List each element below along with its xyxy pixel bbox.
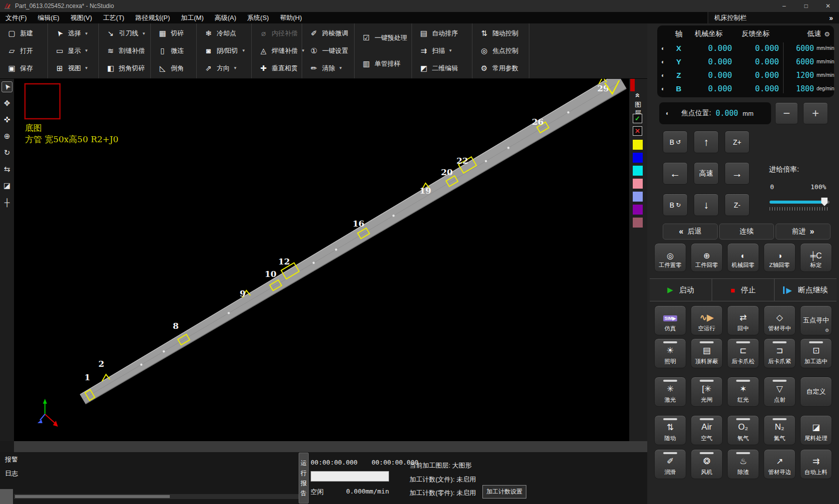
toolbar-weld-seam-comp[interactable]: ◬焊缝补偿▼ <box>252 42 302 59</box>
top-material-shield-button[interactable]: ▤顶料屏蔽 <box>691 338 723 368</box>
simulate-button[interactable]: SIM▶仿真 <box>654 305 686 335</box>
count-settings-button[interactable]: 加工计数设置 <box>482 485 526 499</box>
toolbar-common-params[interactable]: ⚙常用参数 <box>472 60 529 76</box>
toolbar-clear[interactable]: ✏清除▼ <box>302 60 354 76</box>
air-button[interactable]: Air空气 <box>691 415 723 445</box>
jog-z-plus[interactable]: Z+ <box>725 131 750 153</box>
toolbar-edge-adjust[interactable]: ✐跨棱微调 <box>302 25 354 42</box>
workpiece-canvas[interactable]: 12891012161920222629底图方管 宽50x高50 R2+J0 <box>14 79 629 441</box>
toolbar-corner-chip[interactable]: ◧拐角切碎 <box>99 60 150 76</box>
five-point-centering-button[interactable]: 五点寻中⚙ <box>800 305 832 335</box>
toolbar-single-tube-nest[interactable]: ▥单管排样 <box>355 56 412 72</box>
jog-right[interactable]: → <box>725 162 750 185</box>
tube-point-6[interactable] <box>485 160 487 162</box>
oxygen-button[interactable]: O₂氧气 <box>727 415 759 445</box>
auto-loading-button[interactable]: ⇉自动上料 <box>800 449 832 479</box>
part-number-2[interactable]: 2 <box>98 359 104 369</box>
jog-rapid[interactable]: 高速 <box>694 162 719 185</box>
tube-point-7[interactable] <box>507 147 509 149</box>
layer-swatch-1[interactable] <box>633 153 643 163</box>
message-h-scrollbar-thumb[interactable] <box>15 495 170 498</box>
part-number-16[interactable]: 16 <box>353 219 365 229</box>
part-number-22[interactable]: 22 <box>456 156 468 166</box>
calibration-button[interactable]: ╪C标定 <box>800 243 832 272</box>
custom-button[interactable]: 自定义 <box>800 377 832 407</box>
return-center-button[interactable]: ⇄回中 <box>727 305 759 335</box>
machine-return-zero-button[interactable]: ◐机械回零 <box>727 243 759 272</box>
z-return-zero-button[interactable]: ◑Z轴回零 <box>764 243 796 272</box>
toolbar-focus-control[interactable]: ◎焦点控制 <box>472 42 529 59</box>
focus-minus-button[interactable]: − <box>775 102 798 124</box>
shutter-button[interactable]: [✳光闸 <box>691 377 723 407</box>
collapse-layers-icon[interactable]: « <box>633 93 642 98</box>
layer-swatch-6[interactable] <box>633 218 643 228</box>
toolbar-auto-sort[interactable]: ▤自动排序 <box>412 25 472 42</box>
tube-point-3[interactable] <box>313 262 315 264</box>
maximize-button[interactable]: □ <box>795 0 817 12</box>
nitrogen-button[interactable]: N₂氮气 <box>764 415 796 445</box>
orbit-tool[interactable]: ↻ <box>1 147 12 158</box>
part-number-12[interactable]: 12 <box>278 256 290 266</box>
part-number-8[interactable]: 8 <box>173 321 179 331</box>
layer-swatch-4[interactable] <box>633 192 643 202</box>
tail-material-button[interactable]: ◪尾料处理 <box>800 415 832 445</box>
jog-left[interactable]: ← <box>663 162 688 185</box>
layer-swatch-2[interactable] <box>633 166 643 176</box>
dry-run-button[interactable]: ∿▶空运行 <box>691 305 723 335</box>
chevron-down-icon[interactable]: ▼ <box>84 31 88 36</box>
start-button[interactable]: ▶启动 <box>650 279 712 301</box>
chevron-down-icon[interactable]: ▼ <box>339 66 343 70</box>
step-forward-button[interactable]: 前进 » <box>776 224 831 240</box>
speed-mode-label[interactable]: 低速 <box>779 29 821 38</box>
toolbar-one-key-preprocess[interactable]: ☑一键预处理 <box>355 30 412 46</box>
toolbar-follow-control[interactable]: ⇅随动控制 <box>472 25 529 42</box>
tab-run-report[interactable]: 运行报告 <box>299 453 309 504</box>
toolbar-2d-edit[interactable]: ◩二维编辑 <box>412 60 472 76</box>
pan-tool[interactable]: ✥ <box>1 98 12 109</box>
move-view-tool[interactable]: ✜ <box>1 114 12 125</box>
stop-button[interactable]: ■停止 <box>712 279 774 301</box>
tube-point-4[interactable] <box>335 249 337 251</box>
jog-up[interactable]: ↑ <box>694 131 719 153</box>
process-selected-button[interactable]: ⊡加工选中 <box>800 338 832 368</box>
part-number-29[interactable]: 29 <box>597 83 609 93</box>
toolbar-lead-line[interactable]: ↘引刀线▼ <box>99 25 150 42</box>
tube-point-2[interactable] <box>228 312 230 314</box>
axis-settings-gear-icon[interactable]: ⚙ <box>824 30 830 38</box>
toolbar-open-folder[interactable]: ▱打开 <box>0 42 47 59</box>
chevron-down-icon[interactable]: ▼ <box>233 66 237 70</box>
menu-item-7[interactable]: 系统(S) <box>242 12 274 23</box>
tab-alarm[interactable]: 报警 <box>5 455 18 464</box>
chevron-down-icon[interactable]: ▼ <box>84 48 88 53</box>
canvas-bottom-splitter[interactable] <box>14 441 647 452</box>
chevron-down-icon[interactable]: ▼ <box>448 48 452 53</box>
minimize-button[interactable]: – <box>773 0 795 12</box>
jog-b-cw[interactable]: B↻ <box>663 194 688 216</box>
continuous-mode-button[interactable]: 连续 <box>719 224 774 240</box>
layer-swatch-5[interactable] <box>633 205 643 215</box>
tube-point-0[interactable] <box>140 364 142 366</box>
menu-item-0[interactable]: 文件(F) <box>0 12 32 23</box>
machine-control-bar-toggle[interactable]: 机床控制栏 » <box>708 12 839 23</box>
toolbar-micro-joint[interactable]: ▯微连 <box>151 42 196 59</box>
flip-tool[interactable]: ⇆ <box>1 164 12 175</box>
layer-swatch-3[interactable] <box>633 179 643 189</box>
crosshair-tool[interactable]: ┼ <box>1 197 12 208</box>
toolbar-chip[interactable]: ▦切碎 <box>151 25 196 42</box>
toolbar-yin-yang-cut[interactable]: ◙阴/阳切▼ <box>197 42 251 59</box>
jog-down[interactable]: ↓ <box>694 194 719 216</box>
feed-override-slider[interactable] <box>770 201 830 204</box>
tube-point-5[interactable] <box>393 215 395 217</box>
toolbar-new-file[interactable]: ▢新建 <box>0 25 47 42</box>
toolbar-chamfer[interactable]: ◺倒角 <box>151 60 196 76</box>
jog-b-ccw[interactable]: B↺ <box>663 131 688 153</box>
toolbar-view[interactable]: ⊞视图▼ <box>48 60 98 76</box>
part-number-19[interactable]: 19 <box>420 186 431 196</box>
workpiece-canvas-drawing[interactable]: 12891012161920222629底图方管 宽50x高50 R2+J0 <box>14 79 629 441</box>
tube-edge-finding-button[interactable]: ↗管材寻边 <box>764 449 796 479</box>
gear-icon[interactable]: ⚙ <box>825 328 829 333</box>
toolbar-select[interactable]: ➤选择▼ <box>48 25 98 42</box>
menu-item-6[interactable]: 高级(A) <box>209 12 242 23</box>
focus-plus-button[interactable]: + <box>803 102 828 124</box>
message-h-scrollbar[interactable] <box>14 494 299 499</box>
